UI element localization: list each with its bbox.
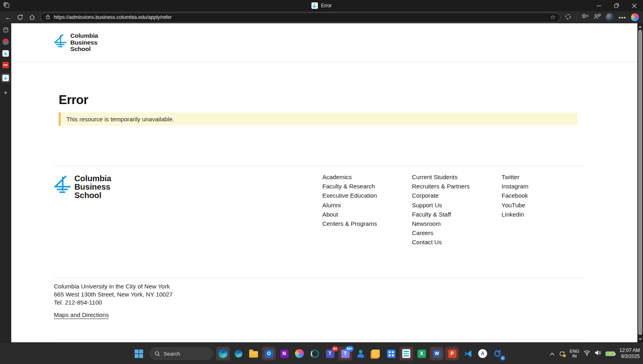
- maps-directions-link[interactable]: Maps and Directions: [54, 311, 109, 318]
- blue-dots-icon: [387, 350, 395, 358]
- new-tab-button[interactable]: +: [4, 89, 8, 96]
- url-text[interactable]: https://admissions.business.columbia.edu…: [54, 14, 547, 20]
- footer-link[interactable]: Faculty & Research: [322, 182, 377, 191]
- tab-favicon-red[interactable]: [2, 38, 9, 45]
- taskbar-center: Search O N T9+ T99+ X W P A 2: [131, 343, 505, 364]
- taskbar-people[interactable]: [354, 347, 367, 360]
- footer-link[interactable]: Careers: [412, 228, 469, 237]
- header-logo-text: Columbia Business School: [70, 33, 98, 53]
- tray-update-icon[interactable]: [559, 351, 565, 357]
- footer-link-linkedin[interactable]: Linkedin: [502, 210, 528, 219]
- taskbar-file-explorer[interactable]: [247, 347, 260, 360]
- home-icon[interactable]: [28, 14, 36, 20]
- volume-icon[interactable]: [595, 350, 601, 357]
- footer-link[interactable]: Centers & Programs: [322, 219, 377, 228]
- cbs-crown-icon: [54, 174, 71, 196]
- footer-link-twitter[interactable]: Twitter: [502, 172, 528, 182]
- person-chat-icon[interactable]: [594, 13, 601, 21]
- restore-button[interactable]: [608, 0, 625, 11]
- browser-titlebar: Error: [0, 0, 643, 11]
- battery-icon[interactable]: ⚡: [606, 352, 615, 356]
- footer-link[interactable]: About: [322, 210, 377, 219]
- footer-logo-text: Columbia Business School: [74, 174, 111, 199]
- taskbar-teams[interactable]: T9+: [323, 347, 337, 360]
- browser-toolbar: ← https://admissions.business.columbia.e…: [0, 11, 643, 23]
- footer-link[interactable]: Newsroom: [412, 219, 469, 228]
- footer-link-facebook[interactable]: Facebook: [502, 191, 528, 200]
- minimize-button[interactable]: [590, 0, 608, 11]
- footer-logo[interactable]: Columbia Business School: [54, 174, 111, 199]
- search-label: Search: [164, 351, 180, 357]
- taskbar-chat-app[interactable]: T99+: [338, 347, 352, 360]
- taskbar-shield-app[interactable]: A: [476, 347, 489, 360]
- taskbar-search[interactable]: Search: [149, 348, 213, 360]
- taskbar-edge-secondary[interactable]: [231, 347, 245, 360]
- toolbar-right: •••: [565, 13, 639, 22]
- extensions-icon[interactable]: [565, 13, 571, 22]
- tray-language[interactable]: ENG IN: [569, 349, 579, 359]
- profile-avatar[interactable]: [606, 13, 614, 21]
- cbs-favicon: [311, 2, 318, 9]
- footer-link[interactable]: Academics: [322, 172, 377, 182]
- sticky-notes-icon: [372, 350, 380, 358]
- more-menu-icon[interactable]: •••: [618, 14, 626, 21]
- footer-link[interactable]: Executive Education: [322, 191, 377, 200]
- back-icon[interactable]: ←: [4, 14, 12, 21]
- taskbar-key-app[interactable]: 2: [491, 347, 505, 360]
- taskbar-excel[interactable]: X: [415, 347, 428, 360]
- folder-icon: [249, 351, 258, 358]
- favorite-star-icon[interactable]: ☆: [550, 14, 555, 21]
- footer-link[interactable]: Support Us: [412, 200, 469, 210]
- taskbar-notepad[interactable]: [399, 347, 413, 360]
- taskbar-powerpoint[interactable]: P: [445, 347, 459, 360]
- taskbar-copilot[interactable]: [293, 347, 306, 360]
- footer-link-instagram[interactable]: Instagram: [502, 182, 528, 191]
- tray-clock[interactable]: 12:07 AM 9/3/2025: [619, 348, 640, 360]
- close-button[interactable]: [625, 0, 643, 11]
- active-tab-favicon-cbs[interactable]: [1, 73, 10, 83]
- footer-link[interactable]: Alumni: [322, 200, 377, 210]
- taskbar-dialpad-app[interactable]: [384, 347, 398, 360]
- tab-favicon-cbs[interactable]: [2, 50, 9, 57]
- tray-chevron-icon[interactable]: [550, 350, 555, 357]
- wifi-icon[interactable]: [584, 350, 590, 357]
- footer-address: Columbia University in the City of New Y…: [54, 278, 583, 319]
- start-button[interactable]: [131, 346, 146, 361]
- scrollbar-up-button[interactable]: [637, 23, 643, 30]
- powerpoint-icon: P: [448, 350, 457, 358]
- vscode-icon: [463, 350, 472, 358]
- footer-link[interactable]: Current Students: [412, 172, 469, 182]
- address-line: Tel. 212-854-1100: [54, 299, 583, 307]
- footer-link-youtube[interactable]: YouTube: [502, 200, 528, 210]
- footer-link[interactable]: Recruiters & Partners: [412, 182, 469, 191]
- windows-logo-icon: [135, 350, 143, 358]
- footer-link[interactable]: Contact Us: [412, 237, 469, 247]
- footer-column-social: Twitter Instagram Facebook YouTube Linke…: [502, 172, 528, 219]
- taskbar-outlook[interactable]: O: [262, 347, 276, 360]
- address-bar[interactable]: https://admissions.business.columbia.edu…: [40, 12, 561, 22]
- tab-actions-icon[interactable]: [2, 27, 9, 33]
- people-icon: [356, 350, 365, 358]
- active-tab[interactable]: Error: [311, 2, 332, 9]
- favorites-list-icon[interactable]: [582, 13, 589, 21]
- copilot-icon[interactable]: [631, 13, 639, 21]
- taskbar-teal-app[interactable]: [308, 347, 322, 360]
- taskbar-onenote[interactable]: N: [277, 347, 291, 360]
- taskbar-edge[interactable]: [216, 347, 230, 360]
- taskbar-word[interactable]: W: [430, 347, 444, 360]
- tab-stack-icon[interactable]: [3, 2, 10, 10]
- header-logo[interactable]: Columbia Business School: [54, 33, 637, 53]
- scrollbar-down-button[interactable]: [637, 336, 643, 342]
- taskbar-vscode[interactable]: [461, 347, 474, 360]
- refresh-icon[interactable]: [16, 14, 24, 20]
- footer-link[interactable]: Faculty & Staff: [412, 210, 469, 219]
- tab-favicon-pdf[interactable]: PDF: [2, 61, 9, 68]
- teams-badge: 9+: [332, 346, 338, 352]
- window-controls: [590, 0, 643, 11]
- taskbar-sticky-notes[interactable]: [369, 347, 383, 360]
- toolbar-separator: [576, 14, 577, 20]
- footer-nav: Columbia Business School Academics Facul…: [54, 166, 583, 278]
- scrollbar-thumb[interactable]: [638, 30, 642, 335]
- page-scrollbar[interactable]: [637, 23, 643, 342]
- footer-link[interactable]: Corporate: [412, 191, 469, 200]
